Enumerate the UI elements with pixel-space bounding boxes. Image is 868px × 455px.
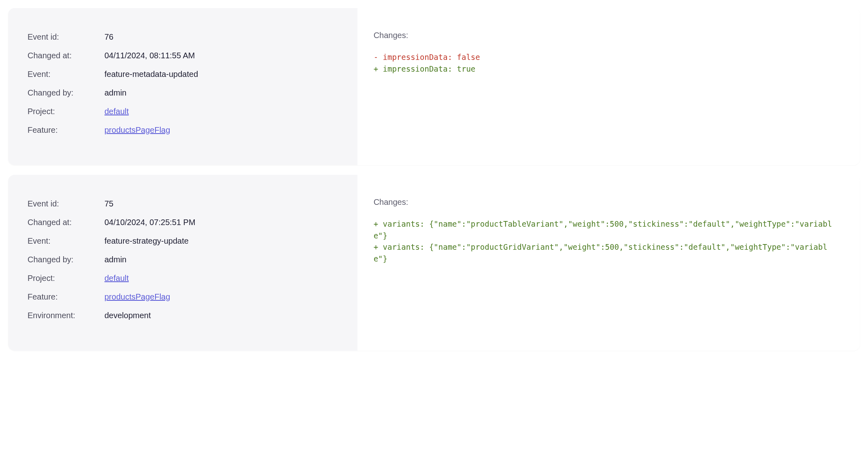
- detail-row-event-id: Event id: 75: [28, 198, 338, 210]
- value-event: feature-metadata-updated: [104, 68, 198, 80]
- label-feature: Feature:: [28, 124, 104, 136]
- event-changes-panel: Changes: + variants: {"name":"productTab…: [357, 175, 860, 351]
- detail-row-project: Project: default: [28, 105, 338, 117]
- diff-block: - impressionData: false + impressionData…: [374, 51, 840, 74]
- label-feature: Feature:: [28, 291, 104, 303]
- diff-line-add: + impressionData: true: [374, 63, 840, 75]
- detail-row-environment: Environment: development: [28, 309, 338, 321]
- value-changed-by: admin: [104, 87, 126, 99]
- value-changed-by: admin: [104, 253, 126, 266]
- detail-row-feature: Feature: productsPageFlag: [28, 124, 338, 136]
- label-event: Event:: [28, 235, 104, 247]
- event-changes-panel: Changes: - impressionData: false + impre…: [357, 8, 860, 165]
- label-changed-by: Changed by:: [28, 253, 104, 266]
- detail-row-event: Event: feature-metadata-updated: [28, 68, 338, 80]
- detail-row-changed-by: Changed by: admin: [28, 87, 338, 99]
- event-card: Event id: 75 Changed at: 04/10/2024, 07:…: [8, 175, 860, 351]
- event-card: Event id: 76 Changed at: 04/11/2024, 08:…: [8, 8, 860, 165]
- label-changed-by: Changed by:: [28, 87, 104, 99]
- label-changes: Changes:: [374, 31, 840, 40]
- diff-line-add: + variants: {"name":"productGridVariant"…: [374, 241, 840, 264]
- label-environment: Environment:: [28, 309, 104, 321]
- diff-line-remove: - impressionData: false: [374, 51, 840, 63]
- link-feature[interactable]: productsPageFlag: [104, 124, 170, 136]
- label-changed-at: Changed at:: [28, 216, 104, 228]
- label-event-id: Event id:: [28, 198, 104, 210]
- label-changes: Changes:: [374, 198, 840, 207]
- event-details-panel: Event id: 75 Changed at: 04/10/2024, 07:…: [8, 175, 357, 351]
- value-event-id: 75: [104, 198, 113, 210]
- detail-row-changed-by: Changed by: admin: [28, 253, 338, 266]
- value-event: feature-strategy-update: [104, 235, 189, 247]
- diff-line-add: + variants: {"name":"productTableVariant…: [374, 218, 840, 241]
- value-changed-at: 04/11/2024, 08:11:55 AM: [104, 49, 195, 62]
- detail-row-project: Project: default: [28, 272, 338, 284]
- label-event-id: Event id:: [28, 31, 104, 43]
- detail-row-changed-at: Changed at: 04/10/2024, 07:25:51 PM: [28, 216, 338, 228]
- link-feature[interactable]: productsPageFlag: [104, 291, 170, 303]
- link-project[interactable]: default: [104, 105, 129, 117]
- detail-row-event: Event: feature-strategy-update: [28, 235, 338, 247]
- label-changed-at: Changed at:: [28, 49, 104, 62]
- value-environment: development: [104, 309, 151, 321]
- label-event: Event:: [28, 68, 104, 80]
- event-details-panel: Event id: 76 Changed at: 04/11/2024, 08:…: [8, 8, 357, 165]
- value-event-id: 76: [104, 31, 113, 43]
- diff-block: + variants: {"name":"productTableVariant…: [374, 218, 840, 264]
- link-project[interactable]: default: [104, 272, 129, 284]
- label-project: Project:: [28, 105, 104, 117]
- detail-row-changed-at: Changed at: 04/11/2024, 08:11:55 AM: [28, 49, 338, 62]
- detail-row-feature: Feature: productsPageFlag: [28, 291, 338, 303]
- value-changed-at: 04/10/2024, 07:25:51 PM: [104, 216, 196, 228]
- detail-row-event-id: Event id: 76: [28, 31, 338, 43]
- label-project: Project:: [28, 272, 104, 284]
